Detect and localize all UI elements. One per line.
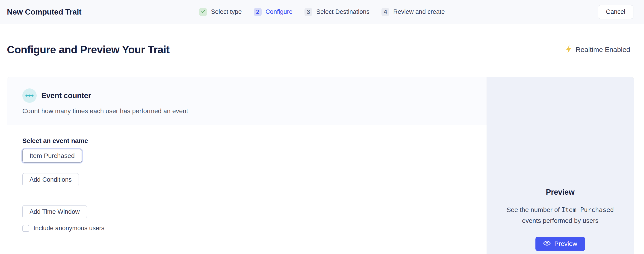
- add-conditions-button[interactable]: Add Conditions: [22, 173, 79, 186]
- preview-description: See the number of Item Purchased events …: [500, 204, 620, 226]
- preview-event-name: Item Purchased: [562, 206, 614, 213]
- step-done-badge: [199, 8, 207, 16]
- lightning-icon: [565, 45, 572, 55]
- preview-button-label: Preview: [554, 240, 578, 247]
- step-configure[interactable]: 2 Configure: [254, 8, 292, 16]
- step-number-badge: 2: [254, 8, 262, 16]
- preview-panel: Preview See the number of Item Purchased…: [486, 77, 634, 254]
- trait-type-title: Event counter: [41, 91, 91, 100]
- trait-type-description: Count how many times each user has perfo…: [22, 107, 471, 115]
- step-label: Review and create: [393, 8, 445, 16]
- page-title: Configure and Preview Your Trait: [7, 43, 170, 56]
- anonymous-users-row: Include anonymous users: [22, 225, 471, 232]
- step-review-create[interactable]: 4 Review and create: [382, 8, 445, 16]
- event-name-select[interactable]: Item Purchased: [22, 149, 82, 163]
- include-anonymous-label: Include anonymous users: [34, 225, 104, 232]
- step-number-badge: 3: [304, 8, 312, 16]
- eye-icon: [543, 240, 551, 247]
- cancel-button[interactable]: Cancel: [598, 5, 634, 19]
- check-icon: [201, 9, 205, 15]
- trait-type-header: Event counter Count how many times each …: [7, 77, 486, 125]
- step-select-destinations[interactable]: 3 Select Destinations: [304, 8, 370, 16]
- include-anonymous-checkbox[interactable]: [22, 225, 29, 232]
- add-time-window-button[interactable]: Add Time Window: [22, 205, 87, 218]
- step-label: Configure: [266, 8, 292, 16]
- realtime-label: Realtime Enabled: [576, 46, 630, 54]
- event-counter-icon: [22, 88, 37, 103]
- trait-config-pane: Event counter Count how many times each …: [7, 77, 486, 254]
- event-name-label: Select an event name: [22, 137, 471, 145]
- step-select-type[interactable]: Select type: [199, 8, 242, 16]
- preview-button[interactable]: Preview: [536, 237, 585, 251]
- step-label: Select Destinations: [316, 8, 370, 16]
- configure-card: Event counter Count how many times each …: [7, 77, 634, 254]
- top-bar: New Computed Trait Select type 2 Configu…: [0, 0, 644, 24]
- window-title: New Computed Trait: [7, 7, 81, 16]
- wizard-stepper: Select type 2 Configure 3 Select Destina…: [199, 8, 444, 16]
- realtime-status-badge: Realtime Enabled: [565, 45, 630, 55]
- page-heading-row: Configure and Preview Your Trait Realtim…: [0, 43, 644, 56]
- trait-config-body: Select an event name Item Purchased Add …: [7, 125, 486, 244]
- step-label: Select type: [211, 8, 242, 16]
- step-number-badge: 4: [382, 8, 389, 16]
- preview-title: Preview: [487, 188, 634, 196]
